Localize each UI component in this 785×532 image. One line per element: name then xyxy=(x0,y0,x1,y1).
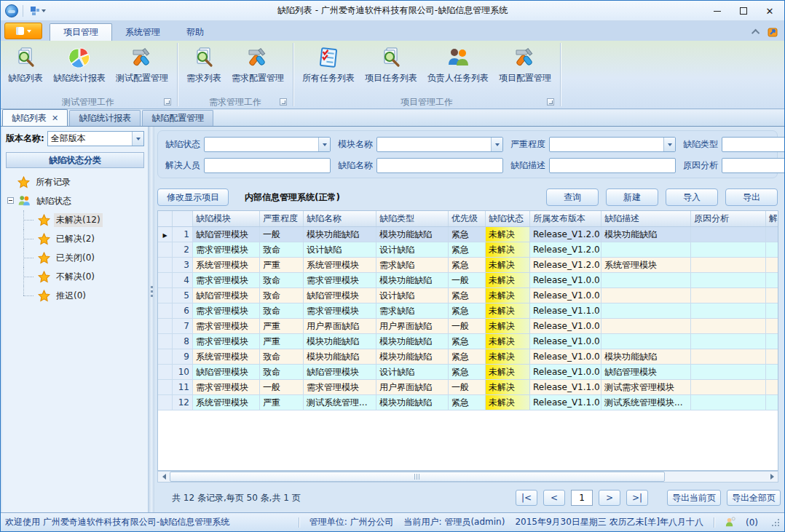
grid-cell[interactable]: 缺陷管理模块 xyxy=(304,288,376,303)
grid-cell[interactable] xyxy=(691,395,766,410)
help-icon[interactable] xyxy=(767,26,778,38)
grid-cell[interactable]: 未解决 xyxy=(486,334,530,349)
grid-cell[interactable]: 未解决 xyxy=(486,288,530,303)
quick-access-toolbar[interactable] xyxy=(28,5,49,17)
new-button[interactable]: 新建 xyxy=(606,188,658,206)
column-header[interactable]: 缺陷名称 xyxy=(304,211,376,226)
grid-cell[interactable]: 严重 xyxy=(260,334,304,349)
grid-cell[interactable] xyxy=(691,303,766,319)
grid-cell[interactable]: Release_V1.1.0 xyxy=(530,303,601,319)
grid-cell[interactable]: 严重 xyxy=(260,319,304,334)
requirement-list-button[interactable]: 需求列表 xyxy=(181,44,226,86)
close-button[interactable] xyxy=(757,1,783,21)
maximize-button[interactable] xyxy=(730,1,757,21)
grid-cell[interactable]: 致命 xyxy=(260,349,304,365)
defect-name-input[interactable] xyxy=(377,159,502,172)
grid-cell[interactable]: 模块功能缺陷 xyxy=(601,349,691,365)
grid-cell[interactable]: 紧急 xyxy=(449,227,486,242)
grid-cell[interactable] xyxy=(766,349,778,365)
grid-cell[interactable]: 缺陷管理模块 xyxy=(193,365,260,380)
grid-cell[interactable] xyxy=(766,365,778,380)
table-row[interactable]: 4需求管理模块致命需求管理模块模块功能缺陷一般未解决Release_V1.0.0 xyxy=(158,273,778,288)
grid-cell[interactable]: Release_V1.2.0 xyxy=(530,258,601,273)
dialog-launcher-icon[interactable] xyxy=(164,98,171,106)
table-row[interactable]: 7需求管理模块严重用户界面缺陷用户界面缺陷一般未解决Release_V1.0.0 xyxy=(158,319,778,334)
grid-cell[interactable]: 严重 xyxy=(260,258,304,273)
grid-cell[interactable]: 设计缺陷 xyxy=(376,365,449,380)
grid-cell[interactable]: Release_V1.0.0 xyxy=(530,319,601,334)
grid-cell[interactable]: 未解决 xyxy=(486,365,530,380)
defect-status-input[interactable] xyxy=(205,138,318,151)
grid-cell[interactable]: 系统管理模块 xyxy=(601,258,691,273)
grid-cell[interactable]: 紧急 xyxy=(449,395,486,410)
grid-cell[interactable]: 设计缺陷 xyxy=(376,242,449,258)
column-header[interactable]: 原因分析 xyxy=(691,211,766,226)
defect-report-button[interactable]: 缺陷统计报表 xyxy=(48,44,111,86)
table-row[interactable]: 2需求管理模块致命设计缺陷设计缺陷紧急未解决Release_V1.2.0 xyxy=(158,242,778,258)
grid-cell[interactable]: 需求管理模块 xyxy=(193,242,260,258)
grid-cell[interactable] xyxy=(766,319,778,334)
doc-tab-defect-report[interactable]: 缺陷统计报表 xyxy=(69,110,141,126)
defect-status-filter[interactable] xyxy=(204,137,331,152)
grid-cell[interactable] xyxy=(766,334,778,349)
scroll-right-icon[interactable] xyxy=(766,472,778,482)
requirement-config-button[interactable]: 需求配置管理 xyxy=(226,44,289,86)
scrollbar-track[interactable] xyxy=(665,472,766,482)
grid-cell[interactable]: Release_V1.2.0 xyxy=(530,242,601,258)
grid-cell[interactable]: Release_V1.2.0 xyxy=(530,227,601,242)
grid-cell[interactable]: 致命 xyxy=(260,288,304,303)
grid-cell[interactable]: 未解决 xyxy=(486,273,530,288)
column-header[interactable]: 严重程度 xyxy=(260,211,304,226)
column-header[interactable]: 缺陷描述 xyxy=(601,211,691,226)
column-header[interactable]: 解决方法 xyxy=(766,211,778,226)
grid-cell[interactable]: Release_V1.0.0 xyxy=(530,334,601,349)
grid-cell[interactable]: 系统管理模块 xyxy=(193,258,260,273)
grid-cell[interactable]: 设计缺陷 xyxy=(376,288,449,303)
grid-cell[interactable] xyxy=(766,380,778,395)
app-menu-button[interactable] xyxy=(4,23,42,39)
grid-cell[interactable]: 模块功能缺陷 xyxy=(304,227,376,242)
page-number-input[interactable] xyxy=(571,490,593,506)
grid-cell[interactable] xyxy=(691,365,766,380)
grid-cell[interactable]: 一般 xyxy=(260,380,304,395)
defect-desc-input[interactable] xyxy=(550,159,675,172)
tree-item-unresolved[interactable]: 未解决(12) xyxy=(6,210,144,229)
grid-cell[interactable]: 严重 xyxy=(260,395,304,410)
grid-cell[interactable]: 未解决 xyxy=(486,227,530,242)
grid-cell[interactable]: 紧急 xyxy=(449,365,486,380)
grid-cell[interactable]: 需求管理模块 xyxy=(304,273,376,288)
grid-cell[interactable] xyxy=(601,319,691,334)
grid-cell[interactable]: 致命 xyxy=(260,273,304,288)
grid-cell[interactable]: 需求管理模块 xyxy=(304,380,376,395)
grid-cell[interactable]: 一般 xyxy=(260,227,304,242)
grid-cell[interactable]: 模块功能缺陷 xyxy=(376,395,449,410)
grid-cell[interactable]: Release_V1.0.0 xyxy=(530,365,601,380)
grid-cell[interactable]: 模块功能缺陷 xyxy=(376,349,449,365)
tab-system-management[interactable]: 系统管理 xyxy=(112,23,173,41)
grid-cell[interactable] xyxy=(691,242,766,258)
severity-input[interactable] xyxy=(550,138,663,151)
table-row[interactable]: 5缺陷管理模块致命缺陷管理模块设计缺陷紧急未解决Release_V1.0.0 xyxy=(158,288,778,303)
dropdown-arrow-icon[interactable] xyxy=(132,132,143,146)
grid-cell[interactable]: 未解决 xyxy=(486,303,530,319)
grid-cell[interactable]: 一般 xyxy=(449,273,486,288)
grid-cell[interactable]: 模块功能缺陷 xyxy=(601,227,691,242)
prev-page-button[interactable]: < xyxy=(543,490,565,506)
grid-cell[interactable]: Release_V1.1.0 xyxy=(530,380,601,395)
grid-cell[interactable]: 需求管理模块 xyxy=(193,380,260,395)
grid-cell[interactable]: 系统管理模块 xyxy=(193,395,260,410)
first-page-button[interactable]: |< xyxy=(516,490,537,506)
export-button[interactable]: 导出 xyxy=(725,188,778,206)
grid-cell[interactable]: 模块功能缺陷 xyxy=(376,334,449,349)
grid-cell[interactable]: 未解决 xyxy=(486,395,530,410)
module-name-filter[interactable] xyxy=(376,137,503,152)
grid-cell[interactable]: 系统管理模块 xyxy=(304,258,376,273)
grid-cell[interactable]: 用户界面缺陷 xyxy=(304,319,376,334)
grid-cell[interactable]: 缺陷管理模块 xyxy=(193,288,260,303)
grid-cell[interactable]: Release_V1.0.0 xyxy=(530,349,601,365)
export-all-pages-button[interactable]: 导出全部页 xyxy=(727,490,781,506)
test-config-button[interactable]: 测试配置管理 xyxy=(111,44,173,86)
defect-list-button[interactable]: 缺陷列表 xyxy=(3,44,48,86)
table-row[interactable]: 3系统管理模块严重系统管理模块需求缺陷紧急未解决Release_V1.2.0系统… xyxy=(158,258,778,273)
resolver-input[interactable] xyxy=(205,159,330,172)
